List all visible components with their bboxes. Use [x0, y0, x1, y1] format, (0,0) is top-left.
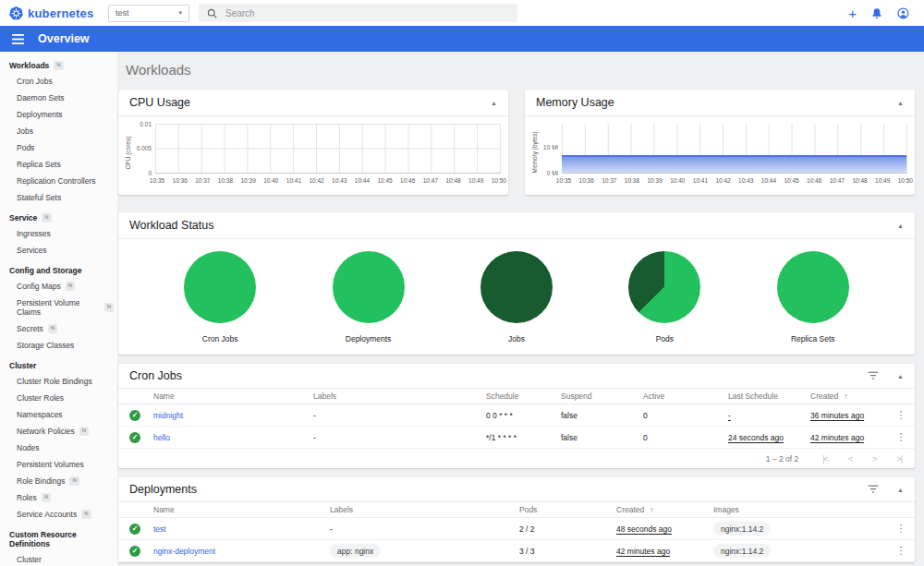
namespaced-badge: N: [104, 303, 114, 311]
sidebar-item-ingresses[interactable]: Ingresses: [0, 225, 117, 242]
col-last-schedule[interactable]: Last Schedule: [726, 389, 808, 404]
x-tick: 10:50: [490, 177, 508, 184]
sidebar-item-cluster-role-bindings[interactable]: Cluster Role Bindings: [0, 373, 117, 390]
kubernetes-logo[interactable]: kubernetes: [0, 6, 108, 20]
pie-label: Cron Jobs: [202, 334, 238, 343]
x-tick: 10:49: [467, 177, 485, 184]
sidebar-group-config-storage[interactable]: Config and Storage: [0, 259, 117, 278]
sidebar-item-cluster-roles[interactable]: Cluster Roles: [0, 390, 117, 406]
notifications-bell-icon[interactable]: [871, 7, 882, 19]
create-resource-button[interactable]: +: [848, 6, 857, 20]
sidebar-item-network-policies[interactable]: Network PoliciesN: [0, 423, 117, 440]
sidebar-item-nodes[interactable]: Nodes: [0, 440, 117, 456]
namespace-selector[interactable]: test ▾: [108, 5, 189, 22]
sidebar-item-cron-jobs[interactable]: Cron Jobs: [0, 73, 117, 90]
sidebar-item-storage-classes[interactable]: Storage Classes: [0, 337, 117, 354]
cron-jobs-table: Name Labels Schedule Suspend Active Last…: [118, 388, 915, 449]
first-page-button[interactable]: |<: [822, 454, 828, 464]
topbar-actions: +: [848, 6, 924, 20]
prev-page-button[interactable]: <: [848, 454, 852, 464]
item-label: Roles: [17, 493, 37, 502]
col-name[interactable]: Name: [152, 389, 311, 404]
sidebar-item-stateful-sets[interactable]: Stateful Sets: [0, 189, 117, 206]
x-tick: 10:43: [330, 177, 348, 184]
sidebar-item-persistent-volumes[interactable]: Persistent Volumes: [0, 456, 117, 473]
sidebar-item-namespaces[interactable]: Namespaces: [0, 406, 117, 423]
sidebar-item-jobs[interactable]: Jobs: [0, 123, 117, 139]
sidebar-item-config-maps[interactable]: Config MapsN: [0, 278, 117, 295]
search-input[interactable]: [225, 8, 484, 18]
x-tick: 10:50: [896, 177, 915, 184]
sidebar-item-replication-controllers[interactable]: Replication Controllers: [0, 173, 117, 189]
pie-chart: [184, 251, 256, 323]
sidebar-item-service-accounts[interactable]: Service AccountsN: [0, 506, 117, 523]
sidebar-item-crd-cluster[interactable]: Cluster: [0, 551, 117, 566]
namespaced-badge: N: [54, 61, 63, 69]
cell-labels: app: nginx: [328, 540, 517, 562]
deployment-link[interactable]: test: [153, 524, 166, 534]
sidebar-item-roles[interactable]: RolesN: [0, 489, 117, 506]
sidebar-item-replica-sets[interactable]: Replica Sets: [0, 156, 117, 173]
sidebar-item-persistent-volume-claims[interactable]: Persistent Volume ClaimsN: [0, 295, 117, 320]
cell-labels: -: [328, 518, 517, 540]
x-tick: 10:43: [736, 177, 755, 184]
sidebar-item-deployments[interactable]: Deployments: [0, 106, 117, 123]
sidebar-group-cluster[interactable]: Cluster: [0, 354, 117, 373]
collapse-icon[interactable]: ▲: [897, 100, 904, 106]
item-label: Cluster Roles: [17, 393, 64, 403]
sidebar-item-role-bindings[interactable]: Role BindingsN: [0, 473, 117, 489]
row-menu-kebab-icon[interactable]: ⋮: [887, 540, 915, 562]
status-pie-row: Cron Jobs Deployments Jobs Pods Replica …: [118, 239, 915, 343]
col-labels[interactable]: Labels: [311, 389, 484, 404]
col-suspend[interactable]: Suspend: [559, 389, 641, 404]
x-tick: 10:35: [554, 177, 573, 184]
cell-status: ✓: [118, 404, 152, 427]
x-tick: 10:36: [171, 177, 189, 184]
sidebar-item-daemon-sets[interactable]: Daemon Sets: [0, 90, 117, 106]
x-tick: 10:45: [783, 177, 801, 184]
collapse-icon[interactable]: ▲: [491, 100, 497, 106]
x-tick: 10:46: [398, 177, 417, 184]
memory-area-series: [562, 155, 906, 173]
col-name[interactable]: Name: [152, 502, 328, 518]
last-page-button[interactable]: >|: [896, 454, 902, 464]
item-label: Daemon Sets: [17, 93, 65, 102]
filter-icon[interactable]: [868, 485, 879, 494]
search-bar[interactable]: [199, 4, 517, 22]
cron-job-link[interactable]: hello: [153, 433, 170, 442]
cron-job-link[interactable]: midnight: [153, 411, 183, 420]
filter-icon[interactable]: [868, 371, 879, 380]
sidebar-item-services[interactable]: Services: [0, 242, 117, 259]
sidebar-group-workloads[interactable]: Workloads N: [0, 54, 117, 73]
sidebar-item-pods[interactable]: Pods: [0, 139, 117, 156]
namespaced-badge: N: [69, 476, 79, 485]
col-images[interactable]: Images: [711, 502, 887, 518]
y-tick: 10 Mi: [543, 144, 558, 151]
col-labels[interactable]: Labels: [328, 502, 517, 518]
kubernetes-helm-icon: [9, 6, 23, 20]
memory-card-title: Memory Usage: [536, 96, 614, 109]
sidebar-group-custom-resource-definitions[interactable]: Custom Resource Definitions: [0, 523, 117, 551]
cell-status: ✓: [118, 427, 152, 449]
sidebar-group-service[interactable]: Service N: [0, 206, 117, 225]
user-account-icon[interactable]: [897, 7, 909, 19]
namespaced-badge: N: [66, 282, 75, 290]
col-pods[interactable]: Pods: [517, 502, 614, 518]
col-created-sorted[interactable]: Created↑: [614, 502, 711, 518]
page-title: Workloads: [126, 62, 915, 78]
col-created-sorted[interactable]: Created↑: [808, 389, 887, 404]
menu-hamburger-icon[interactable]: [12, 34, 24, 44]
x-tick: 10:48: [851, 177, 869, 184]
row-menu-kebab-icon[interactable]: ⋮: [887, 427, 915, 449]
collapse-icon[interactable]: ▲: [897, 487, 904, 493]
cron-jobs-pagination: 1 – 2 of 2 |< < > >|: [118, 449, 915, 468]
sidebar-item-secrets[interactable]: SecretsN: [0, 320, 117, 337]
deployment-link[interactable]: nginx-deployment: [153, 547, 215, 556]
col-schedule[interactable]: Schedule: [484, 389, 559, 404]
collapse-icon[interactable]: ▲: [897, 373, 904, 379]
row-menu-kebab-icon[interactable]: ⋮: [887, 404, 915, 427]
col-active[interactable]: Active: [641, 389, 726, 404]
collapse-icon[interactable]: ▲: [897, 223, 904, 229]
row-menu-kebab-icon[interactable]: ⋮: [887, 518, 915, 540]
next-page-button[interactable]: >: [872, 454, 876, 464]
